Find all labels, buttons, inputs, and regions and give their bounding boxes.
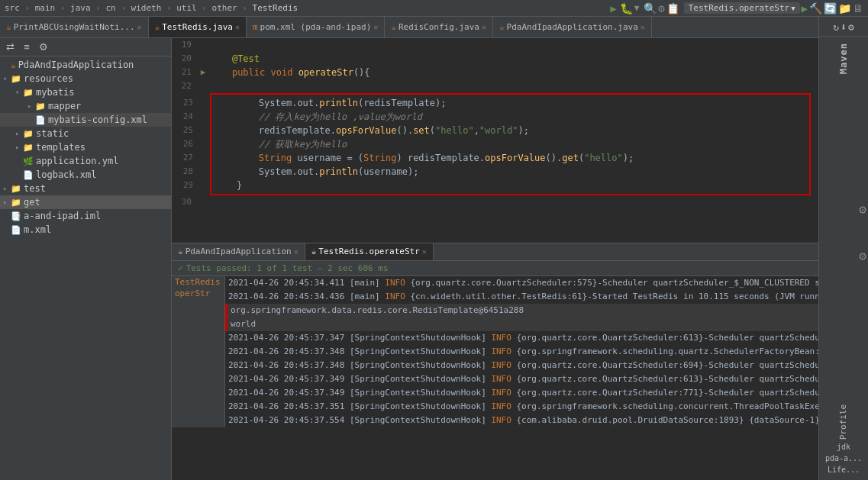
expand-arrow: ▸ — [3, 198, 11, 206]
sync-scroll-btn[interactable]: ⇄ — [3, 40, 17, 54]
debug-icon[interactable]: 🐛 — [620, 2, 633, 14]
java-icon: ☕ — [391, 22, 396, 32]
maven-settings-icon[interactable]: ⚙ — [848, 21, 854, 33]
project-tree: ☕ PdaAndIpadApplication ▾ 📁 resources ▾ … — [0, 56, 171, 480]
code-line-23: 23 System.out.println(redisTemplate); — [211, 96, 809, 110]
rebuild-icon[interactable]: 🔨 — [809, 2, 822, 14]
console-line: 2021-04-26 20:45:37.349 [SpringContextSh… — [225, 386, 818, 400]
line-content: String username = (String) redisTemplate… — [211, 151, 634, 165]
console-tabs-bar: ☕ PdaAndIpadApplication ✕ ☕ TestRedis.op… — [172, 243, 818, 261]
folder-icon: 📁 — [11, 198, 21, 208]
search-everywhere-icon[interactable]: 🔍 — [644, 2, 657, 14]
jdk-item: jdk — [837, 443, 850, 451]
code-line-29: 29 } — [211, 179, 809, 192]
console-line-highlight2: world — [225, 317, 818, 331]
tree-item-label: get — [24, 197, 40, 208]
tab-pomxml[interactable]: m pom.xml (pda-and-ipad) ✕ — [247, 17, 385, 37]
line-number: 30 — [172, 195, 196, 209]
line-number: 21 — [172, 66, 196, 79]
tree-item-mxml[interactable]: 📄 m.xml — [0, 223, 171, 237]
tab-close[interactable]: ✕ — [482, 23, 486, 31]
maven-download-icon[interactable]: ⬇ — [841, 21, 847, 33]
pass-check-icon: ✓ — [178, 263, 183, 273]
tree-item-test[interactable]: ▸ 📁 test — [0, 182, 171, 195]
collapse-all-btn[interactable]: ≡ — [20, 40, 34, 54]
line-content: System.out.println(redisTemplate); — [211, 96, 447, 110]
code-line-19: 19 — [172, 38, 818, 52]
terminal-icon[interactable]: 🖥 — [853, 2, 863, 14]
console-line-highlight: org.springframework.data.redis.core.Redi… — [225, 304, 818, 317]
tab-close[interactable]: ✕ — [373, 23, 378, 31]
line-content: System.out.println(username); — [211, 165, 418, 179]
settings-tree-btn[interactable]: ⚙ — [37, 40, 50, 54]
tab-close[interactable]: ✕ — [294, 247, 298, 256]
tree-item-pdaapp[interactable]: ☕ PdaAndIpadApplication — [0, 58, 171, 72]
tab-printabc[interactable]: ☕ PrintABCUsingWaitNoti... ✕ — [0, 17, 149, 37]
tree-item-mybatis[interactable]: ▾ 📁 mybatis — [0, 85, 171, 99]
console-name-oper[interactable]: operStr — [173, 288, 223, 299]
settings-side-icon2[interactable]: ⚙ — [859, 249, 866, 263]
expand-arrow: ▾ — [3, 75, 11, 82]
breadcrumb: src › main › java › cn › wideth › util ›… — [5, 3, 298, 13]
tree-item-appyml[interactable]: 🌿 application.yml — [0, 154, 171, 168]
line-number: 25 — [173, 124, 198, 137]
code-line-21: 21 ▶ public void operateStr(){ — [172, 66, 818, 79]
code-line-30: 30 — [172, 195, 818, 209]
tree-item-label: mapper — [48, 101, 81, 111]
tab-label: PdaAndIpadApplication.java — [507, 22, 638, 32]
folder-icon: 📁 — [23, 88, 34, 98]
tree-item-label: static — [36, 128, 69, 139]
tab-redisconfig[interactable]: ☕ RedisConfig.java ✕ — [385, 17, 493, 37]
console-tab-pdaapp[interactable]: ☕ PdaAndIpadApplication ✕ — [172, 243, 305, 260]
line-content: public void operateStr(){ — [210, 66, 370, 79]
run2-icon[interactable]: ▶ — [802, 2, 808, 14]
line-number: 19 — [172, 38, 196, 52]
line-number: 26 — [173, 137, 198, 151]
file-tabs: ☕ PrintABCUsingWaitNoti... ✕ ☕ TestRedis… — [0, 17, 818, 38]
maven-icon: m — [253, 22, 258, 32]
maven-refresh-icon[interactable]: ↻ — [833, 21, 839, 33]
tree-item-resources[interactable]: ▾ 📁 resources — [0, 72, 171, 85]
line-number: 24 — [173, 110, 198, 124]
git-icon[interactable]: 📋 — [666, 2, 679, 14]
tree-item-iml[interactable]: 📑 a-and-ipad.iml — [0, 209, 171, 223]
tree-item-static[interactable]: ▸ 📁 static — [0, 127, 171, 140]
console-output: TestRedis operStr 2021-04-26 20:45:34.41… — [172, 276, 818, 481]
tree-item-label: logback.xml — [36, 169, 96, 180]
console-name-testredis[interactable]: TestRedis — [173, 276, 223, 288]
java-icon: ☕ — [178, 246, 183, 256]
tab-close[interactable]: ✕ — [137, 23, 142, 31]
tree-item-templates[interactable]: ▸ 📁 templates — [0, 140, 171, 154]
tree-item-mybatis-config[interactable]: 📄 mybatis-config.xml — [0, 113, 171, 127]
line-content: } — [211, 179, 242, 192]
tree-item-logback[interactable]: 📄 logback.xml — [0, 168, 171, 182]
dropdown-arrow: ▼ — [791, 5, 795, 12]
tree-item-get[interactable]: ▸ 📁 get — [0, 195, 171, 209]
line-number: 28 — [173, 165, 198, 179]
line-number: 22 — [172, 79, 196, 93]
tab-pdaapp[interactable]: ☕ PdaAndIpadApplication.java ✕ — [493, 17, 652, 37]
tab-close[interactable]: ✕ — [422, 247, 427, 256]
tab-close[interactable]: ✕ — [235, 23, 240, 31]
tree-item-label: mybatis — [36, 87, 75, 98]
console-line: 2021-04-26 20:45:37.351 [SpringContextSh… — [225, 400, 818, 414]
run-config-label: TestRedis.operateStr — [689, 3, 789, 13]
tree-item-label: mybatis-config.xml — [48, 114, 147, 125]
console-name-col: TestRedis operStr — [172, 276, 225, 427]
tab-testredis[interactable]: ☕ TestRedis.java ✕ — [149, 17, 247, 37]
console-tab-testredis[interactable]: ☕ TestRedis.operateStr ✕ — [305, 243, 434, 260]
settings-side-icon[interactable]: ⚙ — [859, 202, 866, 217]
line-content: // 获取key为hello — [211, 137, 347, 151]
git2-icon[interactable]: 📁 — [838, 2, 851, 14]
maven-panel: ↻ ⬇ ⚙ Maven Profile jdk pda-a... Life...… — [818, 17, 868, 480]
update-icon[interactable]: 🔄 — [824, 2, 837, 14]
dropdown-icon[interactable]: ▼ — [634, 3, 640, 13]
folder-icon: 📁 — [35, 101, 46, 111]
tab-close[interactable]: ✕ — [641, 23, 645, 31]
run-icon[interactable]: ▶ — [610, 2, 616, 14]
console-line: 2021-04-26 20:45:37.348 [SpringContextSh… — [225, 345, 818, 359]
run-config-dropdown[interactable]: TestRedis.operateStr ▼ — [684, 2, 800, 14]
settings-icon[interactable]: ⚙ — [658, 2, 664, 14]
tree-item-mapper[interactable]: ▸ 📁 mapper — [0, 99, 171, 113]
line-number: 20 — [172, 52, 196, 66]
